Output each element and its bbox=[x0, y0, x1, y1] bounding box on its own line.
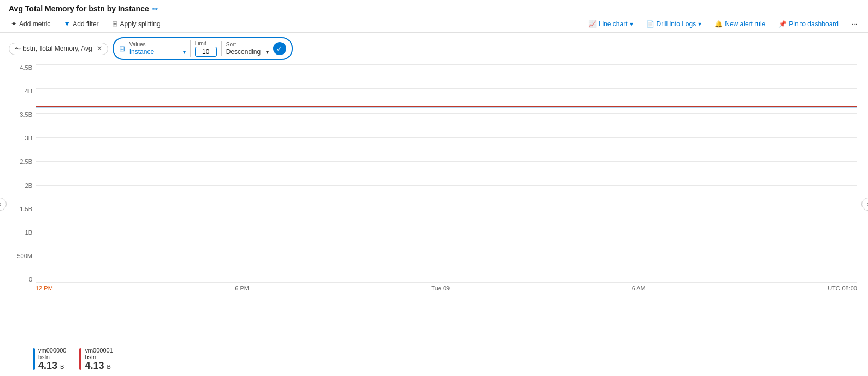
add-metric-button[interactable]: ✦ Add metric bbox=[9, 19, 52, 29]
page-title: Avg Total Memory for bstn by Instance bbox=[9, 4, 149, 13]
apply-splitting-label: Apply splitting bbox=[120, 20, 161, 28]
drill-logs-chevron: ▾ bbox=[698, 20, 701, 28]
limit-group: Limit bbox=[190, 40, 217, 57]
drill-logs-button[interactable]: 📄 Drill into Logs ▾ bbox=[644, 19, 704, 29]
values-select-wrapper: Instance Resource Group Subscription bbox=[129, 48, 186, 56]
x-axis: 12 PM 6 PM Tue 09 6 AM UTC-08:00 bbox=[36, 283, 857, 299]
confirm-icon: ✓ bbox=[276, 45, 282, 53]
legend-value-0: 4.13 B bbox=[38, 360, 66, 372]
grid-line-0 bbox=[36, 64, 857, 65]
grid-line-6 bbox=[36, 210, 857, 210]
grid-line-8 bbox=[36, 258, 857, 258]
limit-input[interactable] bbox=[195, 47, 217, 57]
line-chart-button[interactable]: 📈 Line chart ▾ bbox=[586, 19, 635, 29]
confirm-split-button[interactable]: ✓ bbox=[273, 42, 286, 55]
grid-line-1 bbox=[36, 88, 857, 89]
new-alert-icon: 🔔 bbox=[715, 20, 723, 28]
legend: vm000000 bstn 4.13 B vm000001 bstn 4.13 … bbox=[0, 344, 868, 376]
legend-name-1: vm000001 bbox=[85, 347, 113, 354]
y-label-2-5b: 2.5B bbox=[20, 158, 32, 165]
add-filter-icon: ▼ bbox=[63, 20, 70, 28]
y-axis: 4.5B 4B 3.5B 3B 2.5B 2B 1.5B 1B 500M 0 bbox=[11, 64, 36, 283]
x-label-tue09: Tue 09 bbox=[431, 285, 450, 291]
add-metric-icon: ✦ bbox=[11, 20, 17, 28]
legend-bar-0 bbox=[33, 348, 35, 370]
y-label-2b: 2B bbox=[25, 182, 32, 189]
add-metric-label: Add metric bbox=[19, 20, 50, 28]
chart-container: 4.5B 4B 3.5B 3B 2.5B 2B 1.5B 1B 500M 0 bbox=[11, 64, 857, 299]
x-label-6am: 6 AM bbox=[632, 285, 646, 291]
toolbar-left: ✦ Add metric ▼ Add filter ⊞ Apply splitt… bbox=[9, 19, 163, 29]
toolbar: ✦ Add metric ▼ Add filter ⊞ Apply splitt… bbox=[0, 15, 868, 33]
pin-dashboard-button[interactable]: 📌 Pin to dashboard bbox=[776, 19, 841, 29]
chart-area: ‹ › 4.5B 4B 3.5B 3B 2.5B 2B 1.5B 1B 500M… bbox=[0, 64, 868, 344]
line-chart-icon: 📈 bbox=[588, 20, 597, 28]
grid-line-2 bbox=[36, 113, 857, 114]
grid-line-3 bbox=[36, 137, 857, 138]
nav-next-button[interactable]: › bbox=[861, 198, 868, 211]
legend-item-1: vm000001 bstn 4.13 B bbox=[79, 347, 113, 372]
sort-label: Sort bbox=[226, 41, 269, 47]
drill-logs-label: Drill into Logs bbox=[657, 20, 696, 28]
values-group: Values Instance Resource Group Subscript… bbox=[129, 41, 186, 56]
pin-icon: 📌 bbox=[778, 20, 787, 28]
blue-data-line bbox=[36, 107, 857, 108]
y-label-0: 0 bbox=[29, 276, 32, 283]
sort-select-wrapper: Descending Ascending bbox=[226, 48, 269, 56]
split-icon: ⊞ bbox=[119, 45, 125, 53]
more-options-button[interactable]: ··· bbox=[849, 19, 859, 29]
drill-logs-icon: 📄 bbox=[646, 20, 654, 28]
line-chart-chevron: ▾ bbox=[630, 20, 633, 28]
chip-text: bstn, Total Memory, Avg bbox=[23, 45, 92, 52]
more-options-label: ··· bbox=[852, 20, 857, 28]
x-label-12pm: 12 PM bbox=[36, 285, 53, 291]
add-filter-label: Add filter bbox=[73, 20, 98, 28]
y-label-1b: 1B bbox=[25, 229, 32, 236]
line-chart-label: Line chart bbox=[599, 20, 628, 28]
metric-filter-chip: 〜 bstn, Total Memory, Avg ✕ bbox=[9, 43, 108, 55]
legend-bar-1 bbox=[79, 348, 81, 370]
chip-close-button[interactable]: ✕ bbox=[97, 45, 102, 52]
pin-label: Pin to dashboard bbox=[789, 20, 839, 28]
values-select[interactable]: Instance Resource Group Subscription bbox=[129, 48, 186, 56]
grid-line-7 bbox=[36, 234, 857, 234]
legend-info-0: vm000000 bstn 4.13 B bbox=[38, 347, 66, 372]
apply-splitting-icon: ⊞ bbox=[112, 20, 118, 28]
legend-info-1: vm000001 bstn 4.13 B bbox=[85, 347, 113, 372]
legend-name-0: vm000000 bbox=[38, 347, 66, 354]
toolbar-right: 📈 Line chart ▾ 📄 Drill into Logs ▾ 🔔 New… bbox=[586, 19, 859, 29]
legend-sub-0: bstn bbox=[38, 354, 66, 360]
y-label-1-5b: 1.5B bbox=[20, 206, 32, 212]
legend-sub-1: bstn bbox=[85, 354, 113, 360]
new-alert-label: New alert rule bbox=[725, 20, 765, 28]
add-filter-button[interactable]: ▼ Add filter bbox=[61, 19, 101, 29]
x-label-utc: UTC-08:00 bbox=[828, 285, 857, 291]
split-control: ⊞ Values Instance Resource Group Subscri… bbox=[113, 37, 293, 60]
sort-group: Sort Descending Ascending bbox=[221, 41, 269, 56]
edit-title-icon[interactable]: ✏ bbox=[152, 5, 158, 13]
apply-splitting-button[interactable]: ⊞ Apply splitting bbox=[110, 19, 163, 29]
limit-label: Limit bbox=[195, 40, 217, 46]
filter-row: 〜 bstn, Total Memory, Avg ✕ ⊞ Values Ins… bbox=[0, 33, 868, 64]
chip-wave-icon: 〜 bbox=[15, 45, 21, 53]
x-label-6pm: 6 PM bbox=[235, 285, 249, 291]
sort-select[interactable]: Descending Ascending bbox=[226, 48, 269, 56]
new-alert-button[interactable]: 🔔 New alert rule bbox=[712, 19, 767, 29]
legend-value-1: 4.13 B bbox=[85, 360, 113, 372]
y-label-4-5b: 4.5B bbox=[20, 64, 32, 71]
grid-line-4 bbox=[36, 161, 857, 162]
nav-prev-button[interactable]: ‹ bbox=[0, 198, 7, 211]
values-label: Values bbox=[129, 41, 186, 47]
y-label-500m: 500M bbox=[17, 253, 32, 259]
grid-line-5 bbox=[36, 185, 857, 186]
y-label-3b: 3B bbox=[25, 135, 32, 141]
chart-inner bbox=[36, 64, 857, 283]
legend-item-0: vm000000 bstn 4.13 B bbox=[33, 347, 66, 372]
y-label-3-5b: 3.5B bbox=[20, 111, 32, 118]
y-label-4b: 4B bbox=[25, 88, 32, 94]
